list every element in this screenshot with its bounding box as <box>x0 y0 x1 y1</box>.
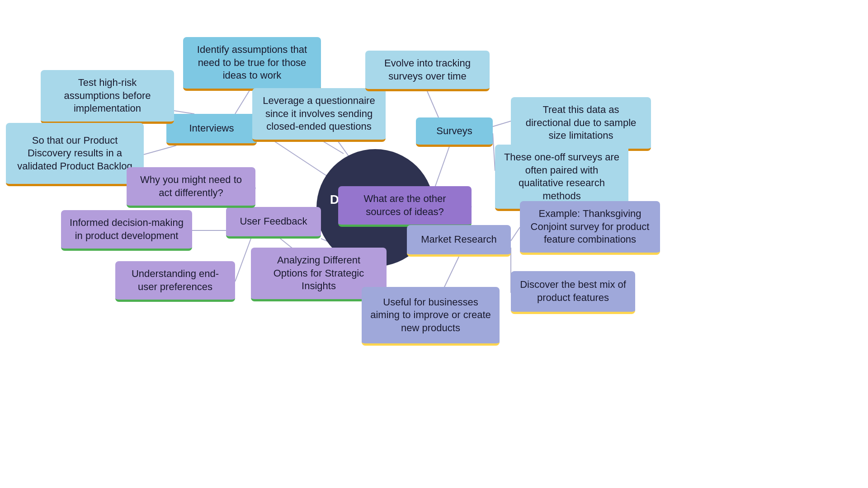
node-informed_decision: Informed decision-making in product deve… <box>61 210 192 251</box>
svg-line-13 <box>235 239 251 282</box>
node-evolve_tracking: Evolve into tracking surveys over time <box>365 51 490 91</box>
svg-line-9 <box>493 121 511 127</box>
node-useful_businesses: Useful for businesses aiming to improve … <box>362 287 500 346</box>
node-user_feedback: User Feedback <box>226 207 321 239</box>
node-surveys: Surveys <box>416 117 493 147</box>
svg-line-8 <box>427 91 439 117</box>
svg-line-5 <box>235 87 252 114</box>
node-leverage_questionnaire: Leverage a questionnaire since it involv… <box>252 88 386 142</box>
node-treat_directional: Treat this data as directional due to sa… <box>511 97 651 151</box>
node-example_thanksgiving: Example: Thanksgiving Conjoint survey fo… <box>520 201 660 255</box>
node-test_high_risk: Test high-risk assumptions before implem… <box>41 70 174 124</box>
node-identify_assumptions: Identify assumptions that need to be tru… <box>183 37 321 91</box>
node-why_act_differently: Why you might need to act differently? <box>127 167 255 208</box>
node-understanding_enduser: Understanding end-user preferences <box>115 261 235 302</box>
node-market_research: Market Research <box>407 225 511 257</box>
node-discover_best_mix: Discover the best mix of product feature… <box>511 271 635 314</box>
node-interviews: Interviews <box>166 114 257 145</box>
node-product_discovery: So that our Product Discovery results in… <box>6 123 144 186</box>
svg-line-16 <box>511 227 520 241</box>
node-what_other_sources: What are the other sources of ideas? <box>338 186 472 227</box>
svg-line-1 <box>321 140 344 154</box>
svg-line-7 <box>144 145 176 155</box>
svg-line-6 <box>174 111 194 114</box>
